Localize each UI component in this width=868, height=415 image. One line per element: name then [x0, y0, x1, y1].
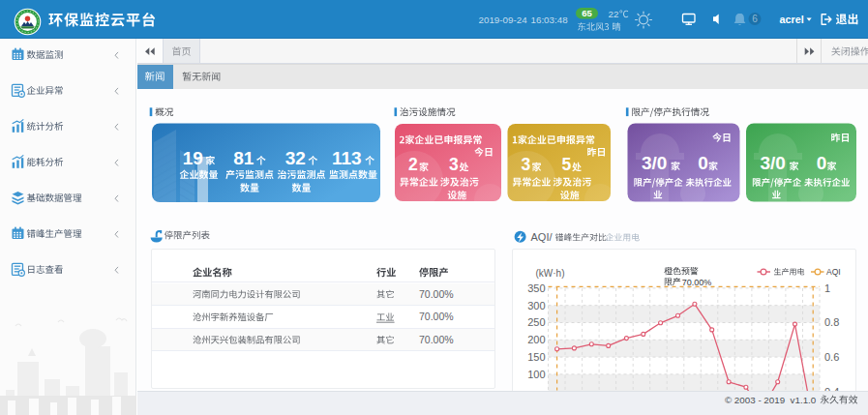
svg-text:© 2003 - 2019 v1.1.0: © 2003 - 2019 v1.1.0 — [725, 395, 817, 405]
